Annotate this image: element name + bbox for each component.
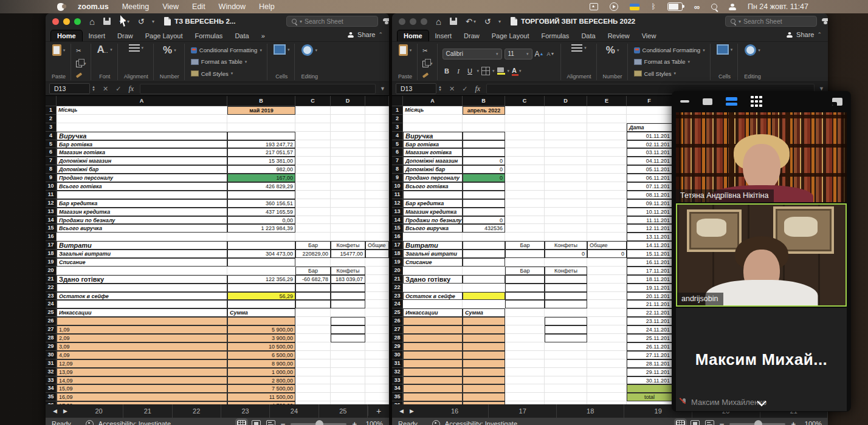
cell[interactable] <box>463 325 505 334</box>
cell[interactable] <box>365 115 389 123</box>
cell[interactable] <box>545 182 587 191</box>
cell[interactable] <box>227 233 295 241</box>
cell[interactable] <box>403 351 463 359</box>
cell[interactable] <box>587 132 627 140</box>
font-group[interactable]: A..▾ Font <box>95 44 118 80</box>
row-header[interactable]: 19 <box>46 258 57 267</box>
menu-item-help[interactable]: Help <box>259 2 275 11</box>
cell[interactable]: Місяць <box>403 106 463 115</box>
cell[interactable] <box>295 401 331 404</box>
cell[interactable] <box>545 351 587 359</box>
zoom-out-button[interactable]: − <box>281 420 286 425</box>
fill-color-icon[interactable] <box>497 67 505 75</box>
cell[interactable]: Списание <box>57 258 227 267</box>
row-header[interactable]: 23 <box>46 292 57 301</box>
cell[interactable] <box>331 115 365 123</box>
cell[interactable] <box>365 325 389 334</box>
home-icon[interactable]: ⌂ <box>89 17 95 26</box>
cell[interactable] <box>331 123 365 132</box>
cell[interactable]: 23.11.201 <box>627 317 672 325</box>
zoom-slider-knob[interactable] <box>754 420 762 425</box>
cell[interactable]: Бар кредитка <box>57 199 227 208</box>
cell[interactable] <box>463 300 505 308</box>
cell[interactable] <box>627 106 672 115</box>
cell[interactable] <box>295 174 331 182</box>
row-header[interactable]: 10 <box>392 182 403 191</box>
cell[interactable] <box>295 284 331 292</box>
row-header[interactable]: 29 <box>392 342 403 351</box>
cell[interactable] <box>227 300 295 308</box>
tab-overflow-icon[interactable]: » <box>255 30 271 41</box>
row-header[interactable]: 11 <box>46 191 57 199</box>
cell[interactable] <box>545 106 587 115</box>
cell[interactable]: 26.11.201 <box>627 342 672 351</box>
cell[interactable] <box>365 292 389 301</box>
paste-icon[interactable] <box>52 44 61 56</box>
cell[interactable] <box>505 342 545 351</box>
cell[interactable]: 22.11.201 <box>627 308 672 317</box>
editing-group[interactable]: ▾ Editing <box>742 44 766 80</box>
cell[interactable] <box>295 132 331 140</box>
row-header[interactable]: 11 <box>392 191 403 199</box>
select-all-corner[interactable] <box>392 96 403 106</box>
cell[interactable] <box>505 132 545 140</box>
cell[interactable]: 10.11.201 <box>627 208 672 216</box>
cell[interactable]: Бар готівка <box>403 140 463 149</box>
normal-view-button[interactable] <box>237 420 246 425</box>
zoom-level[interactable]: 100% <box>801 420 822 425</box>
tab-data[interactable]: Data <box>229 30 255 41</box>
cell[interactable] <box>403 267 463 275</box>
row-header[interactable]: 1 <box>46 106 57 115</box>
page-layout-view-button[interactable] <box>252 420 261 425</box>
cell[interactable] <box>463 401 505 404</box>
row-header[interactable]: 20 <box>46 267 57 275</box>
cell[interactable] <box>295 393 331 401</box>
cell[interactable] <box>331 401 365 404</box>
cell[interactable] <box>403 115 463 123</box>
font-size-select[interactable]: 11▾ <box>505 49 532 59</box>
zoom-out-button[interactable]: − <box>720 420 725 425</box>
cell[interactable] <box>545 140 587 149</box>
zoom-in-button[interactable]: + <box>791 420 796 425</box>
row-header[interactable]: 14 <box>392 216 403 225</box>
cell[interactable] <box>545 275 587 284</box>
cell[interactable] <box>505 258 545 267</box>
cell[interactable]: 193 247,72 <box>227 140 295 149</box>
borders-icon[interactable] <box>481 67 490 75</box>
column-header[interactable]: B <box>463 96 505 106</box>
cell[interactable] <box>587 368 627 376</box>
column-header[interactable]: E <box>587 96 627 106</box>
tab-insert[interactable]: Insert <box>83 30 112 41</box>
cell[interactable] <box>463 123 505 132</box>
close-button[interactable] <box>399 18 405 25</box>
cell[interactable]: 12.11.201 <box>627 224 672 233</box>
row-header[interactable]: 22 <box>46 284 57 292</box>
cell[interactable]: Продано персоналу <box>403 174 463 182</box>
row-header[interactable]: 7 <box>46 157 57 165</box>
cells-icon[interactable] <box>717 44 729 55</box>
page-break-view-button[interactable] <box>266 420 275 425</box>
cell[interactable] <box>365 359 389 368</box>
tab-review[interactable]: Review <box>602 30 636 41</box>
cell[interactable] <box>505 148 545 157</box>
cell[interactable]: Загальні витрати <box>57 250 227 258</box>
row-header[interactable]: 2 <box>392 115 403 123</box>
cell[interactable]: Виручка <box>57 132 227 140</box>
paste-icon[interactable] <box>399 44 408 56</box>
cell[interactable] <box>365 199 389 208</box>
cell[interactable]: Остаток в сейфе <box>57 292 227 301</box>
minimize-button[interactable] <box>410 18 416 25</box>
cell[interactable]: Общие <box>587 241 627 250</box>
cell[interactable] <box>545 317 587 325</box>
cell[interactable] <box>505 157 545 165</box>
copy-icon[interactable] <box>76 61 82 67</box>
row-header[interactable]: 32 <box>46 368 57 376</box>
row-header[interactable]: 25 <box>392 308 403 317</box>
cell[interactable] <box>505 275 545 284</box>
cell[interactable] <box>505 393 545 401</box>
row-header[interactable]: 31 <box>46 359 57 368</box>
cell[interactable] <box>295 191 331 199</box>
name-box[interactable]: D13 <box>396 83 436 94</box>
cell[interactable]: Допоміжні магазин <box>403 157 463 165</box>
cell[interactable] <box>227 317 295 325</box>
